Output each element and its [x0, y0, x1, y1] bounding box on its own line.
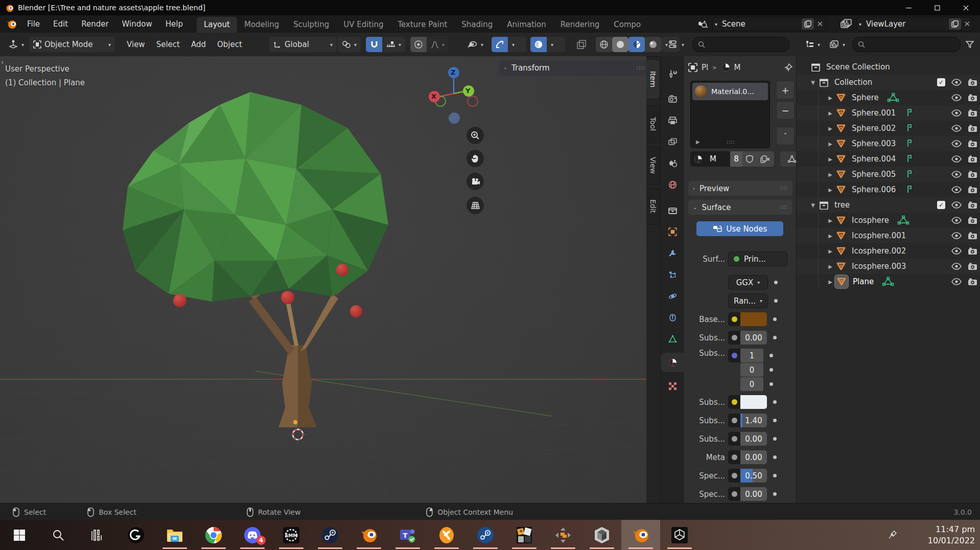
value-slider-field[interactable]: 0.00 [740, 331, 767, 345]
outliner-row-tree[interactable]: ▼tree✓ [797, 197, 980, 213]
outliner-row-sphere-001[interactable]: ▶Sphere.001 [797, 105, 980, 121]
properties-search-input[interactable] [692, 37, 789, 52]
checkbox-icon[interactable]: ✓ [937, 78, 945, 86]
gizmos-dropdown[interactable]: ▾ [508, 37, 526, 52]
outliner-item-name[interactable]: Sphere.005 [852, 170, 896, 179]
workspace-tab-animation[interactable]: Animation [500, 17, 553, 33]
keyframe-decorator-dot[interactable] [769, 368, 773, 372]
vector-value-field[interactable]: 0 [740, 377, 763, 391]
outliner-row-sphere[interactable]: ▶Sphere [797, 90, 980, 105]
eye-icon[interactable] [951, 186, 962, 193]
taskbar-icon-discord[interactable]: 4 [233, 520, 272, 550]
physics-tab[interactable] [661, 286, 684, 306]
camera-icon[interactable] [968, 78, 977, 86]
xray-toggle[interactable] [573, 37, 590, 52]
preview-panel-header[interactable]: › Preview ∷∷ [688, 181, 792, 196]
eye-icon[interactable] [951, 125, 962, 132]
outliner-item-name[interactable]: Sphere.001 [852, 108, 896, 118]
remove-viewlayer-icon[interactable]: ✕ [964, 19, 970, 29]
taskbar-icon-blender[interactable] [621, 520, 660, 550]
taskbar-icon-blender[interactable] [349, 520, 388, 550]
particles-tab[interactable] [661, 265, 684, 284]
viewport-3d[interactable]: Z X Y › User Perspective (1) Collection … [0, 56, 646, 503]
keyframe-decorator-dot[interactable] [773, 437, 777, 441]
outliner-row-sphere-003[interactable]: ▶Sphere.003 [797, 136, 980, 151]
outliner-row-sphere-002[interactable]: ▶Sphere.002 [797, 121, 980, 136]
property-dropdown[interactable]: GGX▾ [728, 275, 768, 290]
expand-arrow-icon[interactable]: ▶ [826, 248, 834, 254]
shading-material-toggle[interactable] [628, 37, 645, 52]
outliner-item-name[interactable]: Collection [834, 78, 872, 87]
menu-file[interactable]: File [20, 15, 46, 33]
tab-view[interactable]: View [646, 146, 660, 185]
render-tab[interactable] [661, 89, 684, 108]
maximize-button[interactable] [923, 0, 951, 15]
checkbox-icon[interactable]: ✓ [937, 201, 945, 209]
camera-icon[interactable] [968, 247, 977, 255]
unlink-scene-icon[interactable]: ✕ [816, 19, 823, 29]
material-specials-button[interactable]: ˅ [776, 127, 795, 145]
constraints-tab[interactable] [661, 308, 684, 327]
nodetree-selector[interactable]: ▾ [780, 151, 797, 167]
expand-arrow-icon[interactable]: ▶ [826, 279, 834, 285]
keyframe-decorator-dot[interactable] [773, 492, 777, 496]
outliner-row-plane[interactable]: ▶Plane [797, 274, 980, 289]
output-tab[interactable] [661, 110, 684, 130]
camera-icon[interactable] [968, 94, 977, 102]
expand-arrow-icon[interactable]: ▶ [826, 126, 834, 131]
pivot-point-selector[interactable]: ▾ [338, 37, 361, 52]
eye-icon[interactable] [951, 278, 962, 285]
workspace-tab-shading[interactable]: Shading [454, 17, 500, 33]
properties-editor-type-button[interactable]: ▾ [664, 37, 688, 52]
axis-x-label[interactable]: X [431, 93, 436, 100]
workspace-tab-compo[interactable]: Compo [606, 17, 648, 33]
taskbar-icon-file-explorer[interactable] [155, 520, 194, 550]
keyframe-decorator-dot[interactable] [769, 354, 773, 357]
new-viewlayer-button[interactable] [949, 18, 961, 30]
tool-tab[interactable] [661, 63, 684, 83]
eye-icon[interactable] [951, 171, 962, 178]
workspace-tab-rendering[interactable]: Rendering [553, 17, 607, 33]
keyframe-decorator-dot[interactable] [769, 382, 773, 386]
panel-grip-icon[interactable]: ∷∷ [637, 65, 645, 72]
outliner-row-icosphere-002[interactable]: ▶Icosphere.002 [797, 243, 980, 259]
keyframe-decorator-dot[interactable] [773, 474, 777, 477]
taskbar-icon-orange-x-app[interactable] [427, 520, 466, 550]
outliner-item-name[interactable]: Sphere.003 [852, 139, 896, 148]
material-tab[interactable] [661, 353, 684, 372]
slot-grip-icon[interactable]: ∷∷ [727, 139, 735, 146]
camera-icon[interactable] [968, 155, 977, 163]
overlays-toggle[interactable] [530, 37, 547, 52]
value-slider-field[interactable]: 0.50 [740, 469, 767, 483]
object-tab[interactable] [661, 222, 684, 241]
material-slot-list[interactable]: Material.0... ▶ ∷∷ [690, 81, 770, 148]
overlays-dropdown[interactable]: ▾ [547, 37, 565, 52]
outliner-item-name[interactable]: Sphere.006 [852, 185, 896, 194]
outliner-item-name[interactable]: Sphere.002 [852, 124, 896, 133]
menu-window[interactable]: Window [115, 15, 159, 33]
collapse-arrow-icon[interactable]: ▼ [809, 80, 817, 85]
editor-type-button[interactable]: ▾ [4, 37, 28, 52]
scene-tab[interactable] [661, 153, 684, 173]
gizmos-toggle[interactable] [492, 37, 508, 52]
eye-icon[interactable] [951, 263, 962, 270]
eye-icon[interactable] [951, 109, 962, 117]
expand-arrow-icon[interactable]: ▶ [826, 233, 834, 239]
scene-selector[interactable]: ▾ Scene ✕ [712, 17, 826, 31]
transform-orientation-selector[interactable]: Global ▾ [269, 37, 337, 52]
tab-item[interactable]: Item [646, 59, 660, 99]
taskbar-icon-arrows-app[interactable] [544, 520, 582, 550]
taskbar-icon-photo-app[interactable] [505, 520, 544, 550]
workspace-tab-modeling[interactable]: Modeling [237, 17, 286, 33]
eye-icon[interactable] [951, 247, 962, 255]
menu-render[interactable]: Render [75, 15, 115, 33]
camera-icon[interactable] [968, 201, 977, 209]
taskbar-icon-search[interactable] [39, 520, 78, 550]
outliner-item-name[interactable]: Icosphere.002 [852, 246, 906, 256]
vector-value-field[interactable]: 0 [740, 363, 763, 377]
eye-icon[interactable] [951, 217, 962, 224]
value-slider-field[interactable]: 0.00 [740, 432, 767, 446]
tab-tool[interactable]: Tool [646, 105, 660, 143]
value-slider-field[interactable]: 0.00 [740, 487, 767, 501]
zoom-icon[interactable] [466, 127, 484, 144]
